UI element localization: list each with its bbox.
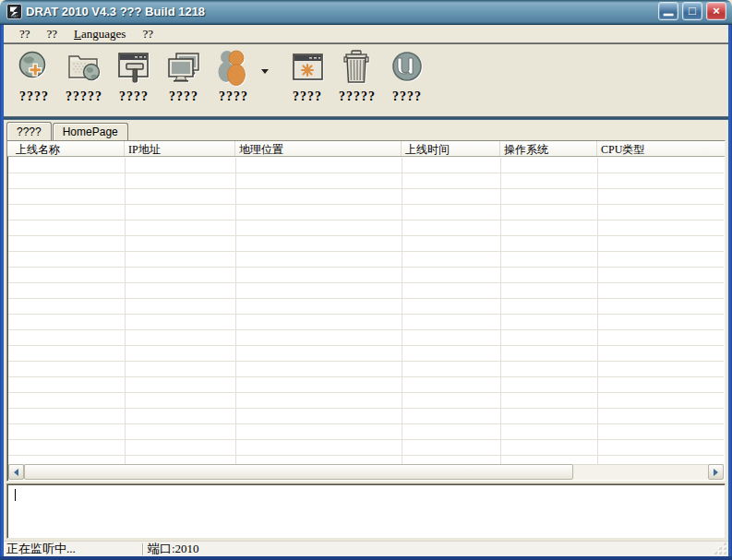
- tab-online-hosts[interactable]: ????: [6, 122, 52, 140]
- table-cell: [8, 236, 126, 251]
- column-header-ip[interactable]: IP地址: [125, 141, 235, 156]
- table-cell: [126, 299, 236, 314]
- table-cell: [501, 424, 598, 439]
- log-textarea[interactable]: [6, 483, 726, 539]
- toolbar-button-screens[interactable]: ????: [159, 48, 209, 104]
- table-row[interactable]: [8, 393, 724, 409]
- table-cell: [501, 377, 598, 392]
- table-cell: [126, 346, 236, 361]
- table-cell: [8, 220, 126, 235]
- table-cell: [501, 189, 598, 204]
- table-row[interactable]: [8, 173, 724, 189]
- globe-add-icon: [15, 48, 54, 87]
- table-row[interactable]: [8, 362, 724, 377]
- column-header-location[interactable]: 地理位置: [235, 141, 402, 156]
- scroll-right-button[interactable]: [708, 464, 724, 480]
- table-cell: [126, 173, 236, 188]
- table-cell: [8, 409, 126, 423]
- scrollbar-track[interactable]: [573, 464, 708, 480]
- toolbar-button-connect[interactable]: ????: [9, 48, 59, 104]
- table-row[interactable]: [8, 252, 724, 268]
- toolbar-button-settings[interactable]: ????: [109, 48, 159, 104]
- menu-item-2[interactable]: ??: [39, 25, 66, 43]
- toolbar-button-build[interactable]: ?????: [59, 48, 109, 104]
- toolbar-button-users[interactable]: ????: [209, 48, 258, 104]
- toolbar-button-mu[interactable]: ????: [382, 48, 432, 104]
- table-cell: [402, 362, 501, 376]
- table-cell: [598, 158, 724, 173]
- table-cell: [236, 315, 402, 329]
- table-cell: [126, 283, 236, 298]
- toolbar-button-service[interactable]: ????: [282, 48, 332, 104]
- table-cell: [501, 173, 598, 188]
- table-row[interactable]: [8, 456, 724, 464]
- table-row[interactable]: [8, 346, 724, 362]
- table-row[interactable]: [8, 236, 724, 252]
- users-dropdown-arrow[interactable]: [258, 52, 271, 90]
- window-border-right[interactable]: [728, 25, 732, 560]
- tab-bar: ???? HomePage: [4, 120, 728, 140]
- window-asterisk-icon: [288, 48, 327, 87]
- table-cell: [126, 424, 236, 439]
- table-cell: [8, 362, 126, 376]
- window-border-bottom[interactable]: [0, 556, 732, 560]
- table-row[interactable]: [8, 424, 724, 440]
- trash-icon: [338, 48, 377, 87]
- table-cell: [501, 252, 598, 267]
- table-cell: [501, 158, 598, 173]
- window-border-left[interactable]: [0, 25, 4, 560]
- monitors-icon: [164, 48, 203, 87]
- table-cell: [126, 205, 236, 220]
- table-cell: [126, 189, 236, 204]
- toolbar-button-delete[interactable]: ?????: [332, 48, 382, 104]
- horizontal-scrollbar[interactable]: [8, 464, 724, 480]
- maximize-button[interactable]: □: [682, 2, 702, 20]
- table-cell: [126, 377, 236, 392]
- column-header-name[interactable]: 上线名称: [7, 141, 125, 156]
- resize-grip[interactable]: [714, 542, 727, 555]
- table-cell: [598, 456, 724, 464]
- column-header-cpu[interactable]: CPU类型: [597, 141, 725, 156]
- table-cell: [402, 456, 501, 464]
- table-row[interactable]: [8, 315, 724, 330]
- table-cell: [8, 330, 126, 345]
- table-row[interactable]: [8, 268, 724, 283]
- table-cell: [402, 330, 501, 345]
- table-row[interactable]: [8, 283, 724, 299]
- table-row[interactable]: [8, 440, 724, 456]
- table-row[interactable]: [8, 330, 724, 346]
- titlebar[interactable]: RAT DRAT 2010 V4.3 ??? Build 1218 ▁ □ ×: [0, 0, 732, 25]
- table-cell: [598, 283, 724, 298]
- table-cell: [402, 205, 501, 220]
- menu-item-1[interactable]: ??: [11, 25, 39, 43]
- table-cell: [402, 409, 501, 423]
- table-cell: [598, 362, 724, 376]
- menu-item-languages[interactable]: Languages: [66, 25, 134, 43]
- minimize-button[interactable]: ▁: [658, 2, 678, 20]
- table-cell: [236, 158, 402, 173]
- table-row[interactable]: [8, 158, 724, 173]
- table-cell: [402, 346, 501, 361]
- close-button[interactable]: ×: [706, 2, 726, 20]
- table-row[interactable]: [8, 299, 724, 315]
- table-body[interactable]: [8, 158, 724, 464]
- table-row[interactable]: [8, 189, 724, 205]
- tab-homepage[interactable]: HomePage: [53, 123, 128, 140]
- table-row[interactable]: [8, 377, 724, 393]
- table-cell: [402, 252, 501, 267]
- column-header-os[interactable]: 操作系统: [500, 141, 597, 156]
- table-cell: [501, 440, 598, 455]
- scrollbar-thumb[interactable]: [24, 464, 573, 480]
- table-cell: [8, 393, 126, 408]
- table-cell: [402, 158, 501, 173]
- status-port: 端口:2010: [144, 541, 199, 557]
- table-row[interactable]: [8, 205, 724, 220]
- table-row[interactable]: [8, 220, 724, 236]
- table-cell: [402, 189, 501, 204]
- table-cell: [236, 236, 402, 251]
- table-cell: [236, 283, 402, 298]
- scroll-left-button[interactable]: [8, 464, 24, 480]
- column-header-online-time[interactable]: 上线时间: [402, 141, 500, 156]
- menu-item-4[interactable]: ??: [134, 25, 162, 43]
- table-row[interactable]: [8, 409, 724, 424]
